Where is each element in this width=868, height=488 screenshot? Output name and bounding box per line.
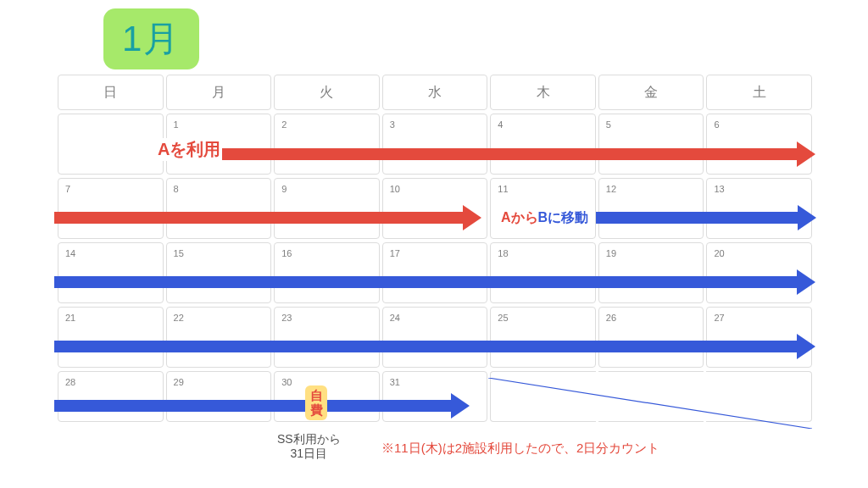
day-cell: 11 xyxy=(490,178,596,239)
arrow-use-a-week1 xyxy=(222,148,815,160)
arrow-use-b-week2 xyxy=(596,212,816,224)
week-row: 7 8 9 10 11 12 13 xyxy=(58,178,812,239)
weekday-header: 火 xyxy=(274,75,380,110)
arrow-use-b-week5 xyxy=(54,400,470,412)
day-cell: 4 xyxy=(490,114,596,175)
day-cell: 3 xyxy=(382,114,488,175)
arrow-use-b-week4 xyxy=(54,341,815,352)
arrow-use-a-week2 xyxy=(54,212,481,224)
weekday-header: 木 xyxy=(490,75,596,110)
weekday-header: 金 xyxy=(598,75,704,110)
note-ss: SS利用から31日目 xyxy=(277,432,341,461)
day-cell: 28 xyxy=(58,371,164,422)
day-cell: 22 xyxy=(166,307,272,368)
day-cell: 17 xyxy=(382,242,488,303)
day-cell: 31 xyxy=(382,371,488,422)
day-cell: 8 xyxy=(166,178,272,239)
week-row: 21 22 23 24 25 26 27 xyxy=(58,307,812,368)
day-cell: 2 xyxy=(274,114,380,175)
day-cell: 21 xyxy=(58,307,164,368)
day-cell: 14 xyxy=(58,242,164,303)
month-title-badge: 1月 xyxy=(103,8,199,69)
weekday-header-row: 日 月 火 水 木 金 土 xyxy=(58,75,812,110)
day-cell: 26 xyxy=(598,307,704,368)
footnote: ※11日(木)は2施設利用したので、2日分カウント xyxy=(381,441,659,457)
label-use-a: Aを利用 xyxy=(156,138,222,161)
day-cell: 23 xyxy=(274,307,380,368)
day-cell: 5 xyxy=(598,114,704,175)
day-cell: 29 xyxy=(166,371,272,422)
weekday-header: 月 xyxy=(166,75,272,110)
diagonal-line xyxy=(488,378,812,429)
weekday-header: 日 xyxy=(58,75,164,110)
svg-line-0 xyxy=(488,378,812,429)
day-cell: 19 xyxy=(598,242,704,303)
day-cell: 15 xyxy=(166,242,272,303)
day-cell: 24 xyxy=(382,307,488,368)
day-cell xyxy=(58,114,164,175)
day-cell: 25 xyxy=(490,307,596,368)
weekday-header: 土 xyxy=(706,75,812,110)
day-cell: 7 xyxy=(58,178,164,239)
label-move-ab: AからBに移動 xyxy=(501,209,588,227)
day-cell: 18 xyxy=(490,242,596,303)
calendar-grid: 日 月 火 水 木 金 土 1 2 3 4 5 6 7 8 9 10 11 12… xyxy=(58,75,812,422)
day-cell: 12 xyxy=(598,178,704,239)
day-cell: 9 xyxy=(274,178,380,239)
day-cell: 13 xyxy=(706,178,812,239)
weekday-header: 水 xyxy=(382,75,488,110)
arrow-use-b-week3 xyxy=(54,276,815,288)
day-cell: 16 xyxy=(274,242,380,303)
week-row: 14 15 16 17 18 19 20 xyxy=(58,242,812,303)
badge-jihi: 自費 xyxy=(305,385,327,420)
